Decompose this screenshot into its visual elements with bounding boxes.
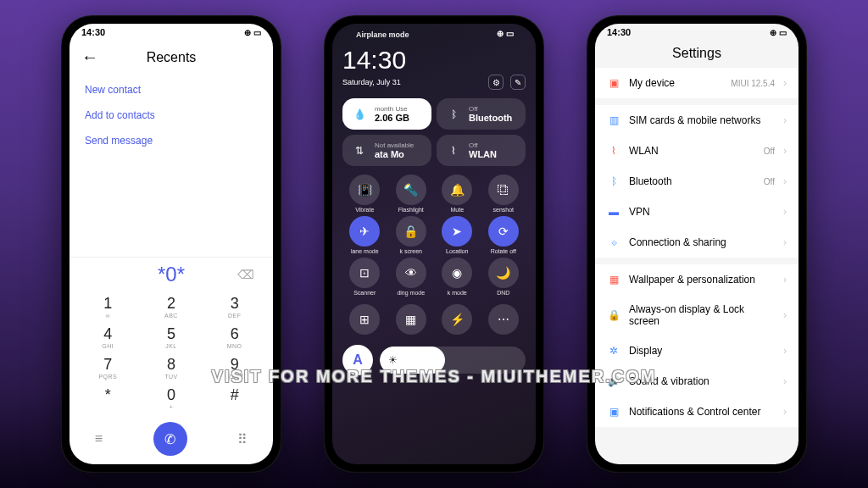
toggle-extra[interactable]: ⋯ [481,304,526,336]
settings-row-always-on-display-lock-screen[interactable]: 🔒Always-on display & Lock screen› [595,295,798,336]
key-number: 2 [140,295,203,313]
settings-row-notifications-control-center[interactable]: ▣Notifications & Control center› [595,396,798,427]
settings-value: MIUI 12.5.4 [731,79,775,88]
toggle-icon: ⊞ [349,304,380,335]
settings-label: My device [629,77,722,89]
toggle-ding-mode[interactable]: 👁ding mode [389,258,434,296]
tile-subtext: Off [469,141,497,149]
toggle-scanner[interactable]: ⊡Scanner [342,258,387,296]
settings-group: ▦Wallpaper & personalization›🔒Always-on … [595,264,798,427]
toggle-location[interactable]: ➤Location [435,216,480,254]
tile-ata-mo[interactable]: ⇅Not availableata Mo [342,135,431,166]
key-number: 4 [76,325,140,343]
key-number: 0 [140,386,203,404]
call-button[interactable]: ✆ [153,422,187,456]
settings-row-sim-cards-mobile-networks[interactable]: ▥SIM cards & mobile networks› [595,105,798,136]
toggle-senshot[interactable]: ⿻senshot [481,175,526,213]
dialpad-icon[interactable]: ⠿ [237,431,248,447]
tile-subtext: month Use [375,105,409,113]
key-7[interactable]: 7PQRS [76,352,140,383]
key-letters: TUV [140,374,203,380]
moon-icon: 🌙 [488,258,519,288]
lock-icon: 🔒 [396,216,426,247]
tile-2-06-gb[interactable]: 💧month Use2.06 GB [342,98,431,130]
key-2[interactable]: 2ABC [140,291,203,322]
key-#[interactable]: # [203,383,266,413]
auto-brightness-button[interactable]: A [342,345,373,375]
brightness-row: A ☀ [342,345,526,384]
backspace-icon[interactable]: ⌫ [237,268,254,281]
key-6[interactable]: 6MNO [203,322,266,352]
key-5[interactable]: 5JKL [140,322,203,352]
toggle-k-screen[interactable]: 🔒k screen [389,216,434,254]
settings-row-bluetooth[interactable]: ᛒBluetoothOff› [595,166,798,197]
toggle-icon: ⚡ [442,304,472,335]
lock-icon: 🔒 [607,308,620,322]
phone-mockup-1: 14:30 ⊕ ▭ ← Recents New contactAdd to co… [61,15,281,473]
key-number: 1 [76,295,140,313]
status-bar: 14:30 ⊕ ▭ [70,24,273,41]
chevron-right-icon: › [783,274,787,286]
action-link[interactable]: Send message [85,128,258,153]
toggle-extra[interactable]: ⚡ [435,304,480,336]
toggle-dnd[interactable]: 🌙DND [481,258,526,296]
settings-row-vpn[interactable]: ▬VPN› [595,197,798,227]
key-8[interactable]: 8TUV [140,352,203,383]
toggle-label: Vibrate [355,207,374,213]
key-3[interactable]: 3DEF [203,291,266,322]
settings-row-wallpaper-personalization[interactable]: ▦Wallpaper & personalization› [595,264,798,295]
settings-row-connection-sharing[interactable]: ⟐Connection & sharing› [595,227,798,258]
key-letters: ABC [140,313,203,319]
brightness-slider[interactable]: ☀ [380,347,526,374]
settings-row-sound-vibration[interactable]: 🔊Sound & vibration› [595,366,798,396]
control-center-screen: Airplane mode ⊕ ▭ 14:30 Saturday, July 3… [332,24,536,464]
action-link[interactable]: Add to contacts [85,103,258,128]
action-link[interactable]: New contact [85,77,258,103]
toggle-label: lane mode [351,248,379,254]
wallpaper-icon: ▦ [607,273,620,286]
toggle-vibrate[interactable]: 📳Vibrate [342,175,387,213]
settings-group: ▥SIM cards & mobile networks›⌇WLANOff›ᛒB… [595,105,798,258]
airplane-status-text: Airplane mode [354,27,411,39]
toggle-k-mode[interactable]: ◉k mode [435,258,480,296]
edit-icon[interactable]: ✎ [510,75,526,90]
toggle-flashlight[interactable]: 🔦Flashlight [389,175,434,213]
settings-label: Display [629,345,766,357]
tile-title: 2.06 GB [375,113,409,123]
key-*[interactable]: * [76,383,140,413]
key-1[interactable]: 1∞ [76,291,140,322]
eye-icon: 👁 [396,258,426,288]
bell-icon: 🔔 [442,175,472,205]
key-letters: + [140,404,203,410]
toggle-label: ding mode [397,290,425,296]
tile-wlan[interactable]: ⌇OffWLAN [437,135,526,166]
data-arrows-icon: ⇅ [351,142,368,159]
bluetooth-icon: ᛒ [607,175,620,188]
bluetooth-icon: ᛒ [445,106,462,123]
settings-row-wlan[interactable]: ⌇WLANOff› [595,136,798,166]
toggle-lane-mode[interactable]: ✈lane mode [342,216,387,254]
rotate-icon: ⟳ [488,216,519,247]
toggle-label: k mode [448,290,467,296]
tile-bluetooth[interactable]: ᛒOffBluetooth [437,98,526,130]
status-bar: 14:30 ⊕ ▭ [595,24,798,41]
chevron-right-icon: › [783,375,787,387]
toggle-extra[interactable]: ▦ [389,304,434,336]
settings-icon[interactable]: ⚙ [488,75,504,90]
toggle-label: Location [446,248,468,254]
key-4[interactable]: 4GHI [76,322,140,352]
settings-row-display[interactable]: ✲Display› [595,336,798,366]
menu-icon[interactable]: ≡ [95,431,103,446]
toggle-rotate-off[interactable]: ⟳Rotate off [481,216,526,254]
key-number: # [203,386,266,404]
toggle-mute[interactable]: 🔔Mute [435,175,480,213]
tiles-grid: 💧month Use2.06 GBᛒOffBluetooth⇅Not avail… [342,98,526,166]
settings-row-my-device[interactable]: ▣My deviceMIUI 12.5.4› [595,68,798,98]
chevron-right-icon: › [783,206,787,218]
settings-label: Bluetooth [629,175,755,187]
key-0[interactable]: 0+ [140,383,203,413]
toggle-label: Rotate off [491,248,516,254]
toggle-extra[interactable]: ⊞ [342,304,387,336]
connection-icon: ⟐ [607,236,620,249]
key-9[interactable]: 9WXYZ [203,352,266,383]
